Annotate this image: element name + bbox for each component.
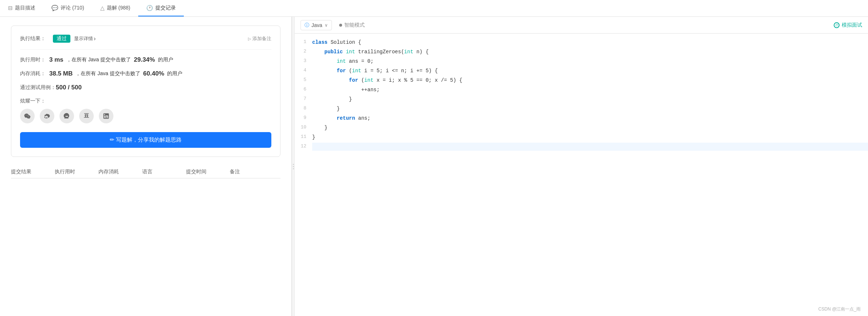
code-line-3: 3 int ans = 0; (295, 57, 868, 66)
tab-bar: ⊟ 题目描述 💬 评论 (710) △ 题解 (988) 🕐 提交记录 (0, 0, 868, 17)
tab-description[interactable]: ⊟ 题目描述 (0, 0, 43, 16)
description-icon: ⊟ (8, 5, 13, 11)
col-submit-time: 提交时间 (186, 169, 215, 175)
test-cases-row: 通过测试用例： 500 / 500 (20, 84, 271, 91)
code-line-11: 11 } (295, 133, 868, 142)
bottom-bar: CSDN @江南一点_雨 (295, 302, 868, 316)
smart-mode: 智能模式 (339, 22, 365, 28)
lang-label: Java (311, 22, 322, 28)
mem-label: 内存消耗： (20, 70, 49, 77)
show-detail-btn[interactable]: 显示详情 (74, 35, 96, 42)
exec-result-label: 执行结果： (20, 35, 49, 42)
tab-comments[interactable]: 💬 评论 (710) (43, 0, 92, 16)
info-icon: ⓘ (305, 22, 309, 28)
code-line-5: 5 for (int x = i; x % 5 == 0; x /= 5) { (295, 76, 868, 85)
test-cases-value: 500 / 500 (56, 84, 82, 91)
smart-mode-label: 智能模式 (344, 22, 365, 28)
mem-value: 38.5 MB ，在所有 Java 提交中击败了 60.40% 的用户 (49, 70, 182, 77)
mock-interview-label: 模拟面试 (842, 22, 862, 28)
share-label: 炫耀一下： (20, 98, 271, 104)
col-lang: 语言 (142, 169, 171, 175)
col-memory: 内存消耗 (98, 169, 128, 175)
douban-btn[interactable]: 豆 (79, 109, 94, 123)
col-time: 执行用时 (55, 169, 84, 175)
test-cases-label: 通过测试用例： (20, 84, 56, 91)
add-note-btn[interactable]: 添加备注 (248, 35, 271, 42)
time-ms: 3 ms (49, 56, 63, 63)
col-note: 备注 (230, 169, 259, 175)
smart-mode-dot (339, 24, 342, 27)
mock-interview-btn[interactable]: ⏱ 模拟面试 (834, 22, 862, 28)
submissions-icon: 🕐 (146, 5, 153, 11)
panel-divider (292, 17, 295, 316)
time-percent: 29.34% (134, 56, 155, 63)
code-line-2: 2 public int trailingZeroes(int n) { (295, 47, 868, 57)
linkedin-btn[interactable] (99, 109, 113, 123)
code-line-10: 10 } (295, 123, 868, 133)
divider (20, 49, 271, 50)
code-line-4: 4 for (int i = 5; i <= n; i += 5) { (295, 66, 868, 76)
clock-icon: ⏱ (834, 22, 840, 28)
code-line-6: 6 ++ans; (295, 85, 868, 95)
pass-badge: 通过 (53, 35, 70, 43)
table-header: 提交结果 执行用时 内存消耗 语言 提交时间 备注 (11, 166, 280, 178)
mem-percent: 60.40% (143, 70, 164, 77)
memory-row: 内存消耗： 38.5 MB ，在所有 Java 提交中击败了 60.40% 的用… (20, 70, 271, 77)
solutions-icon: △ (100, 5, 105, 11)
time-desc2: 的用户 (158, 57, 173, 63)
code-line-1: 1 class Solution { (295, 38, 868, 47)
mem-desc1: ，在所有 Java 提交中击败了 (75, 70, 140, 77)
left-panel: 执行结果： 通过 显示详情 添加备注 执行用时： 3 ms ，在所有 Java … (0, 17, 292, 316)
exec-left: 执行结果： 通过 显示详情 (20, 35, 96, 43)
mem-mb: 38.5 MB (49, 70, 73, 77)
code-editor[interactable]: 1 class Solution { 2 public int trailing… (295, 34, 868, 302)
weibo-btn[interactable] (40, 109, 54, 123)
share-section: 炫耀一下： 豆 (20, 98, 271, 123)
lang-selector[interactable]: ⓘ Java ∨ (301, 20, 332, 30)
write-solution-btn[interactable]: ✏ 写题解，分享我的解题思路 (20, 132, 271, 148)
tab-solutions[interactable]: △ 题解 (988) (92, 0, 139, 16)
time-value: 3 ms ，在所有 Java 提交中击败了 29.34% 的用户 (49, 56, 173, 63)
code-line-9: 9 return ans; (295, 114, 868, 123)
tab-submissions[interactable]: 🕐 提交记录 (138, 0, 184, 16)
result-card: 执行结果： 通过 显示详情 添加备注 执行用时： 3 ms ，在所有 Java … (11, 26, 280, 157)
col-result: 提交结果 (11, 169, 40, 175)
social-icons: 豆 (20, 109, 271, 123)
exec-result-row: 执行结果： 通过 显示详情 添加备注 (20, 35, 271, 43)
code-line-12: 12 (295, 142, 868, 152)
watermark: CSDN @江南一点_雨 (818, 306, 861, 312)
time-label: 执行用时： (20, 57, 49, 63)
time-desc1: ，在所有 Java 提交中击败了 (66, 57, 131, 63)
mem-desc2: 的用户 (167, 70, 182, 77)
exec-time-row: 执行用时： 3 ms ，在所有 Java 提交中击败了 29.34% 的用户 (20, 56, 271, 63)
wechat-btn[interactable] (20, 109, 35, 123)
chevron-down-icon: ∨ (325, 23, 328, 28)
editor-toolbar: ⓘ Java ∨ 智能模式 ⏱ 模拟面试 (295, 17, 868, 34)
code-line-8: 8 } (295, 104, 868, 114)
code-line-7: 7 } (295, 95, 868, 104)
comments-icon: 💬 (51, 5, 58, 11)
right-panel: ⓘ Java ∨ 智能模式 ⏱ 模拟面试 1 class Solution { (295, 17, 868, 316)
qq-btn[interactable] (59, 109, 74, 123)
main-layout: 执行结果： 通过 显示详情 添加备注 执行用时： 3 ms ，在所有 Java … (0, 17, 868, 316)
